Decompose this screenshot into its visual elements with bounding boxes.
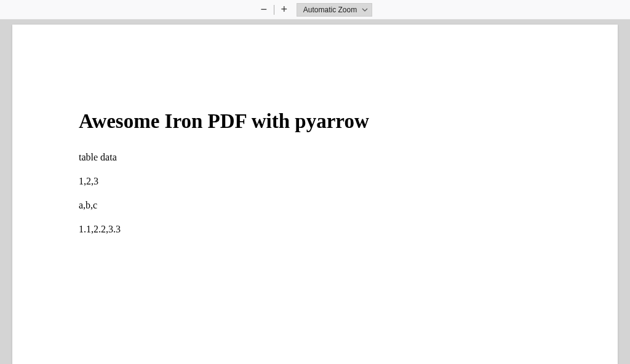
document-line: a,b,c [79,199,556,211]
zoom-select-label: Automatic Zoom [303,6,357,14]
toolbar-separator [274,5,274,15]
document-line: 1.1,2.2,3.3 [79,223,556,235]
zoom-out-button[interactable]: − [258,4,270,16]
chevron-down-icon [362,7,368,13]
document-line: table data [79,151,556,163]
zoom-in-button[interactable]: + [278,4,290,16]
pdf-toolbar: − + Automatic Zoom [0,0,630,20]
minus-icon: − [261,3,268,16]
pdf-page: Awesome Iron PDF with pyarrow table data… [12,25,618,364]
zoom-select[interactable]: Automatic Zoom [297,3,372,17]
pdf-viewer-area[interactable]: Awesome Iron PDF with pyarrow table data… [0,20,630,364]
document-title: Awesome Iron PDF with pyarrow [79,109,556,134]
document-line: 1,2,3 [79,175,556,187]
plus-icon: + [281,3,288,16]
